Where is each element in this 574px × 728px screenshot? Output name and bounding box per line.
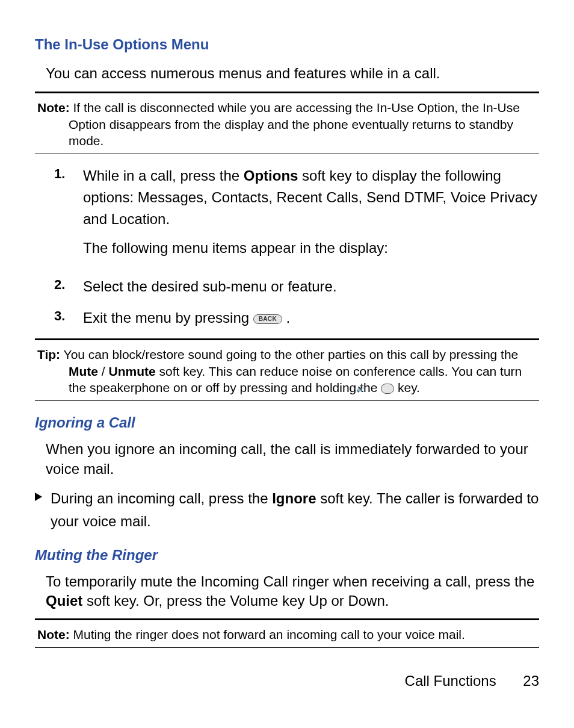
tip-part: /: [98, 364, 109, 378]
note-label: Note:: [37, 627, 70, 641]
step-content: While in a call, press the Options soft …: [83, 165, 539, 266]
step-number: 1.: [54, 165, 83, 266]
bullet-lead: During an incoming call, press the: [51, 490, 272, 506]
tip-text: Tip: You can block/restore sound going t…: [37, 346, 539, 396]
heading-in-use-options: The In-Use Options Menu: [35, 36, 539, 53]
step-extra: The following menu items appear in the d…: [83, 237, 539, 259]
divider: [35, 338, 539, 340]
mute-label: Mute: [69, 364, 98, 378]
back-key-icon: BACK: [253, 314, 282, 324]
step-content: Select the desired sub-menu or feature.: [83, 276, 539, 297]
heading-muting-ringer: Muting the Ringer: [35, 547, 539, 564]
step-number: 2.: [54, 276, 83, 297]
bullet-text: During an incoming call, press the Ignor…: [51, 487, 539, 534]
note-block-2: Note: Muting the ringer does not forward…: [35, 626, 539, 642]
tip-block: Tip: You can block/restore sound going t…: [35, 346, 539, 396]
document-page: The In-Use Options Menu You can access n…: [0, 0, 574, 728]
quiet-label: Quiet: [46, 593, 82, 609]
note-body: If the call is disconnected while you ar…: [69, 101, 520, 148]
divider: [35, 618, 539, 620]
divider: [35, 647, 539, 648]
triangle-bullet-icon: [35, 493, 42, 501]
divider: [35, 154, 539, 154]
speaker-key-icon: 🔊: [381, 384, 394, 394]
step-3: 3. Exit the menu by pressing BACK .: [54, 307, 539, 329]
page-footer: Call Functions 23: [405, 673, 539, 689]
note-text: Note: If the call is disconnected while …: [37, 99, 539, 149]
step-2: 2. Select the desired sub-menu or featur…: [54, 276, 539, 297]
note-block-1: Note: If the call is disconnected while …: [35, 99, 539, 149]
muting-tail: soft key. Or, press the Volume key Up or…: [82, 593, 389, 609]
note-text: Note: Muting the ringer does not forward…: [37, 626, 539, 642]
step-1: 1. While in a call, press the Options so…: [54, 165, 539, 266]
step-number: 3.: [54, 307, 83, 329]
note-body: Muting the ringer does not forward an in…: [73, 627, 465, 641]
step-content: Exit the menu by pressing BACK .: [83, 307, 539, 329]
heading-ignoring-call: Ignoring a Call: [35, 414, 539, 431]
muting-lead: To temporarily mute the Incoming Call ri…: [46, 573, 534, 590]
step-text-lead: Select the desired sub-menu or feature.: [83, 278, 337, 294]
ignore-label: Ignore: [272, 490, 316, 506]
unmute-label: Unmute: [109, 364, 156, 378]
tip-part: key.: [394, 381, 420, 394]
step-bold: Options: [244, 167, 298, 184]
step-text-tail: .: [286, 310, 291, 326]
footer-section-title: Call Functions: [405, 673, 496, 689]
ignoring-paragraph: When you ignore an incoming call, the ca…: [46, 440, 539, 479]
muting-paragraph: To temporarily mute the Incoming Call ri…: [46, 572, 539, 611]
tip-part: You can block/restore sound going to the…: [64, 347, 519, 361]
intro-paragraph: You can access numerous menus and featur…: [46, 64, 539, 83]
step-text-lead: While in a call, press the: [83, 167, 244, 184]
note-label: Note:: [37, 101, 70, 114]
divider: [35, 400, 539, 401]
steps-list: 1. While in a call, press the Options so…: [54, 165, 539, 329]
step-text-lead: Exit the menu by pressing: [83, 310, 253, 326]
footer-page-number: 23: [523, 673, 539, 689]
bullet-item: During an incoming call, press the Ignor…: [35, 487, 539, 534]
divider: [35, 92, 539, 93]
tip-label: Tip:: [37, 347, 60, 361]
